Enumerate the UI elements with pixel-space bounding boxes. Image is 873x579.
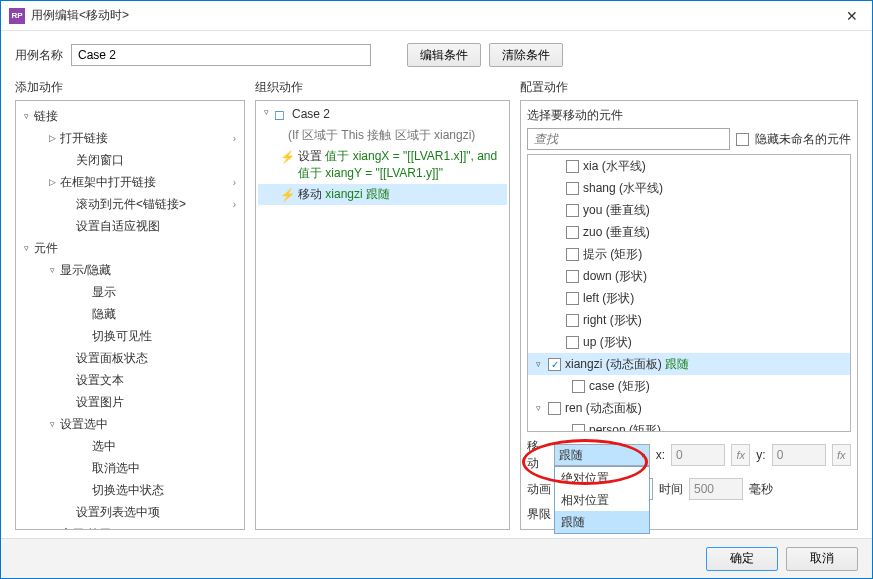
widget-checkbox[interactable]: ✓ <box>548 358 561 371</box>
widget-list[interactable]: ▿xia (水平线)▿shang (水平线)▿you (垂直线)▿zuo (垂直… <box>527 154 851 432</box>
window-title: 用例编辑<移动时> <box>31 7 832 24</box>
widget-row[interactable]: ▿down (形状) <box>528 265 850 287</box>
clear-condition-button[interactable]: 清除条件 <box>489 43 563 67</box>
widget-checkbox[interactable] <box>566 226 579 239</box>
dropdown-option[interactable]: 相对位置 <box>555 489 649 511</box>
tree-group[interactable]: 链接 <box>34 108 58 125</box>
action-row[interactable]: ⚡设置 值于 xiangX = "[[LVAR1.x]]", and 值于 xi… <box>258 146 507 184</box>
chevron-down-icon[interactable]: ▿ <box>532 359 544 369</box>
chevron-icon[interactable]: ▿ <box>46 265 58 275</box>
widget-name: you (垂直线) <box>583 202 650 219</box>
widget-row[interactable]: ▿right (形状) <box>528 309 850 331</box>
x-input <box>671 444 725 466</box>
ok-button[interactable]: 确定 <box>706 547 778 571</box>
tree-item[interactable]: 在框架中打开链接 <box>60 174 156 191</box>
configure-subtitle: 选择要移动的元件 <box>527 107 851 124</box>
widget-name: zuo (垂直线) <box>583 224 650 241</box>
widget-row[interactable]: person (矩形) <box>528 419 850 432</box>
casename-label: 用例名称 <box>15 47 63 64</box>
tree-item[interactable]: 设置图片 <box>76 394 124 411</box>
move-type-dropdown[interactable]: 绝对位置相对位置跟随 <box>554 466 650 534</box>
widget-name: ren (动态面板) <box>565 400 642 417</box>
chevron-icon[interactable]: ▷ <box>46 133 58 143</box>
widget-checkbox[interactable] <box>566 160 579 173</box>
action-list-panel: ▿链接▷打开链接›▷关闭窗口▷在框架中打开链接›▷滚动到元件<锚链接>›▷设置自… <box>15 100 245 530</box>
chevron-down-icon[interactable]: ▿ <box>20 111 32 121</box>
tree-item[interactable]: 打开链接 <box>60 130 108 147</box>
tree-item[interactable]: 设置面板状态 <box>76 350 148 367</box>
chevron-down-icon: ▾ <box>641 451 645 460</box>
chevron-right-icon[interactable]: › <box>233 133 236 144</box>
widget-name: xia (水平线) <box>583 158 646 175</box>
tree-item[interactable]: 设置自适应视图 <box>76 218 160 235</box>
close-button[interactable]: ✕ <box>832 1 872 31</box>
tree-group[interactable]: 元件 <box>34 240 58 257</box>
widget-row[interactable]: ▿up (形状) <box>528 331 850 353</box>
chevron-icon[interactable]: ▷ <box>46 177 58 187</box>
widget-name: xiangzi (动态面板) 跟随 <box>565 356 689 373</box>
organize-panel: ▿ ☐ Case 2 (If 区域于 This 接触 区域于 xiangzi) … <box>255 100 510 530</box>
tree-item[interactable]: 滚动到元件<锚链接> <box>76 196 186 213</box>
widget-name: right (形状) <box>583 312 642 329</box>
widget-checkbox[interactable] <box>566 314 579 327</box>
widget-name: shang (水平线) <box>583 180 663 197</box>
widget-row[interactable]: ▿xia (水平线) <box>528 155 850 177</box>
tree-item[interactable]: 显示 <box>92 284 116 301</box>
fx-x-button[interactable]: fx <box>731 444 750 466</box>
widget-checkbox[interactable] <box>572 380 585 393</box>
tree-item[interactable]: 显示/隐藏 <box>60 262 111 279</box>
chevron-right-icon[interactable]: › <box>233 177 236 188</box>
widget-name: person (矩形) <box>589 422 661 433</box>
widget-name: case (矩形) <box>589 378 650 395</box>
widget-row[interactable]: ▿shang (水平线) <box>528 177 850 199</box>
tree-item[interactable]: 启用/禁用 <box>60 526 111 531</box>
widget-name: down (形状) <box>583 268 647 285</box>
tree-item[interactable]: 设置选中 <box>60 416 108 433</box>
fx-y-button[interactable]: fx <box>832 444 851 466</box>
chevron-down-icon[interactable]: ▿ <box>532 403 544 413</box>
widget-checkbox[interactable] <box>566 248 579 261</box>
col1-title: 添加动作 <box>15 79 245 96</box>
case-label[interactable]: Case 2 <box>292 107 330 121</box>
search-input[interactable] <box>527 128 730 150</box>
dropdown-option[interactable]: 绝对位置 <box>555 467 649 489</box>
y-label: y: <box>756 448 765 462</box>
widget-checkbox[interactable] <box>566 204 579 217</box>
tree-item[interactable]: 切换选中状态 <box>92 482 164 499</box>
widget-row[interactable]: ▿zuo (垂直线) <box>528 221 850 243</box>
widget-checkbox[interactable] <box>572 424 585 433</box>
tree-item[interactable]: 隐藏 <box>92 306 116 323</box>
cancel-button[interactable]: 取消 <box>786 547 858 571</box>
y-input <box>772 444 826 466</box>
widget-row[interactable]: ▿提示 (矩形) <box>528 243 850 265</box>
widget-checkbox[interactable] <box>566 270 579 283</box>
move-type-select[interactable]: 跟随 ▾ <box>554 444 650 466</box>
tree-item[interactable]: 切换可见性 <box>92 328 152 345</box>
tree-item[interactable]: 设置文本 <box>76 372 124 389</box>
chevron-down-icon[interactable]: ▿ <box>20 243 32 253</box>
tree-item[interactable]: 选中 <box>92 438 116 455</box>
widget-checkbox[interactable] <box>566 336 579 349</box>
widget-checkbox[interactable] <box>566 182 579 195</box>
chevron-down-icon[interactable]: ▿ <box>260 107 272 117</box>
dropdown-option[interactable]: 跟随 <box>555 511 649 533</box>
widget-row[interactable]: ▿ren (动态面板) <box>528 397 850 419</box>
edit-condition-button[interactable]: 编辑条件 <box>407 43 481 67</box>
action-row[interactable]: ⚡移动 xiangzi 跟随 <box>258 184 507 205</box>
chevron-icon[interactable]: ▿ <box>46 419 58 429</box>
widget-row[interactable]: ▿left (形状) <box>528 287 850 309</box>
widget-row[interactable]: case (矩形) <box>528 375 850 397</box>
casename-input[interactable] <box>71 44 371 66</box>
hide-unnamed-checkbox[interactable] <box>736 133 749 146</box>
move-type-value: 跟随 <box>559 447 583 464</box>
lightning-icon: ⚡ <box>280 150 294 164</box>
widget-checkbox[interactable] <box>566 292 579 305</box>
tree-item[interactable]: 关闭窗口 <box>76 152 124 169</box>
chevron-icon[interactable]: ▿ <box>46 529 58 530</box>
chevron-right-icon[interactable]: › <box>233 199 236 210</box>
tree-item[interactable]: 设置列表选中项 <box>76 504 160 521</box>
widget-checkbox[interactable] <box>548 402 561 415</box>
widget-row[interactable]: ▿you (垂直线) <box>528 199 850 221</box>
tree-item[interactable]: 取消选中 <box>92 460 140 477</box>
widget-row[interactable]: ▿✓xiangzi (动态面板) 跟随 <box>528 353 850 375</box>
